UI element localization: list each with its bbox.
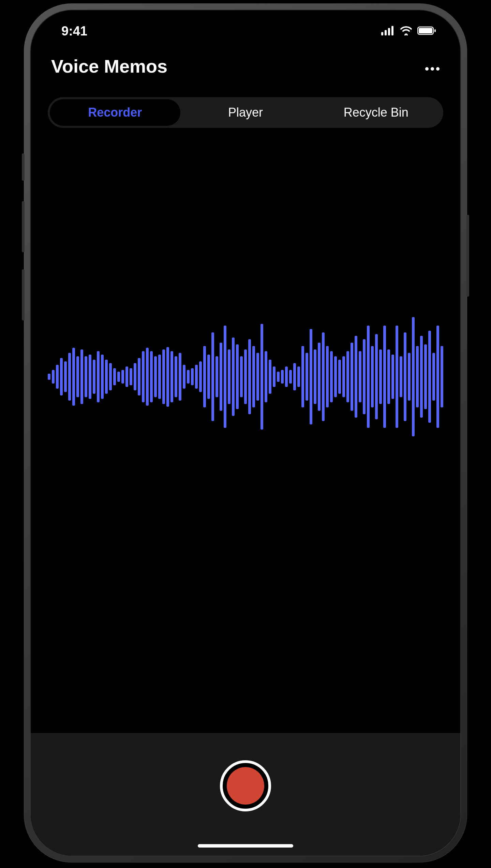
waveform-bar: [48, 374, 50, 380]
waveform-bar: [359, 351, 361, 402]
waveform-bar: [416, 346, 419, 407]
waveform-bar: [338, 360, 341, 394]
waveform-bar: [60, 358, 63, 395]
waveform-bar: [297, 366, 300, 387]
battery-icon: [417, 24, 436, 39]
waveform-bar: [117, 372, 120, 382]
waveform-bar: [387, 349, 390, 404]
waveform-bar: [150, 351, 153, 402]
waveform-bar: [203, 346, 206, 407]
waveform-bar: [56, 365, 59, 389]
waveform-bar: [436, 326, 439, 428]
tab-recorder[interactable]: Recorder: [50, 99, 180, 126]
waveform-bar: [240, 356, 243, 397]
waveform-bar: [432, 353, 435, 401]
waveform-bar: [195, 365, 198, 389]
waveform-bar: [265, 351, 267, 402]
tab-label: Recycle Bin: [344, 105, 408, 120]
waveform-bar: [121, 370, 124, 384]
tab-label: Player: [228, 105, 263, 120]
waveform-bar: [211, 332, 214, 421]
waveform-bar: [130, 368, 132, 385]
waveform: [48, 291, 443, 462]
mute-switch: [22, 153, 25, 181]
waveform-bar: [391, 355, 394, 399]
screen: 9:41 Voice Memos Recorder: [30, 10, 461, 856]
waveform-bar: [396, 326, 398, 428]
waveform-bar: [207, 355, 210, 399]
waveform-bar: [228, 349, 230, 404]
waveform-bar: [363, 339, 366, 414]
waveform-bar: [179, 353, 181, 401]
waveform-bar: [412, 317, 415, 436]
status-time: 9:41: [61, 24, 87, 39]
waveform-bar: [236, 344, 239, 409]
waveform-bar: [400, 356, 402, 397]
waveform-bar: [256, 353, 259, 401]
waveform-bar: [285, 366, 288, 387]
waveform-bar: [310, 329, 312, 424]
waveform-bar: [162, 349, 165, 404]
svg-rect-0: [381, 32, 383, 35]
tab-recycle-bin[interactable]: Recycle Bin: [311, 99, 441, 126]
waveform-bar: [318, 343, 321, 411]
record-button[interactable]: [220, 760, 271, 811]
waveform-bar: [342, 356, 345, 397]
waveform-bar: [424, 344, 427, 409]
bottom-control-panel: [31, 733, 460, 856]
waveform-bar: [252, 346, 255, 407]
waveform-bar: [404, 332, 406, 421]
waveform-bar: [134, 363, 136, 390]
waveform-bar: [273, 366, 276, 387]
waveform-bar: [199, 361, 202, 392]
tab-player[interactable]: Player: [180, 99, 311, 126]
waveform-bar: [293, 363, 296, 390]
waveform-bar: [154, 356, 157, 397]
svg-rect-3: [391, 26, 393, 35]
waveform-bar: [105, 360, 108, 394]
svg-rect-2: [388, 28, 390, 35]
page-title: Voice Memos: [51, 56, 167, 77]
waveform-bar: [80, 349, 83, 404]
waveform-bar: [248, 339, 251, 414]
waveform-bar: [408, 353, 411, 401]
waveform-bar: [138, 358, 140, 395]
volume-down-button: [22, 269, 25, 320]
waveform-bar: [113, 368, 116, 385]
waveform-bar: [125, 366, 128, 387]
record-button-indicator: [227, 767, 264, 805]
waveform-bar: [346, 351, 349, 402]
waveform-bar: [281, 370, 284, 384]
waveform-bar: [183, 365, 185, 389]
wifi-icon: [400, 24, 413, 39]
waveform-bar: [175, 356, 177, 397]
more-options-button[interactable]: [425, 59, 440, 74]
waveform-bar: [191, 368, 194, 385]
waveform-bar: [428, 331, 431, 423]
home-indicator[interactable]: [198, 844, 293, 848]
svg-rect-6: [434, 29, 436, 32]
waveform-bar: [93, 360, 95, 394]
waveform-bar: [301, 346, 304, 407]
waveform-bar: [306, 353, 308, 401]
waveform-bar: [76, 356, 79, 397]
waveform-bar: [375, 334, 378, 419]
waveform-bar: [142, 351, 145, 402]
waveform-bar: [277, 372, 280, 382]
waveform-bar: [64, 361, 67, 392]
waveform-bar: [68, 353, 71, 401]
waveform-bar: [244, 349, 247, 404]
waveform-bar: [289, 370, 292, 384]
waveform-area: [31, 135, 460, 619]
waveform-bar: [269, 360, 271, 394]
waveform-bar: [351, 343, 353, 411]
tab-label: Recorder: [88, 105, 142, 120]
segmented-control: Recorder Player Recycle Bin: [48, 97, 443, 128]
svg-point-8: [431, 67, 434, 71]
waveform-bar: [334, 356, 337, 397]
waveform-bar: [232, 338, 235, 416]
volume-up-button: [22, 201, 25, 252]
waveform-bar: [52, 370, 55, 384]
waveform-bar: [326, 346, 329, 407]
waveform-bar: [383, 326, 386, 428]
